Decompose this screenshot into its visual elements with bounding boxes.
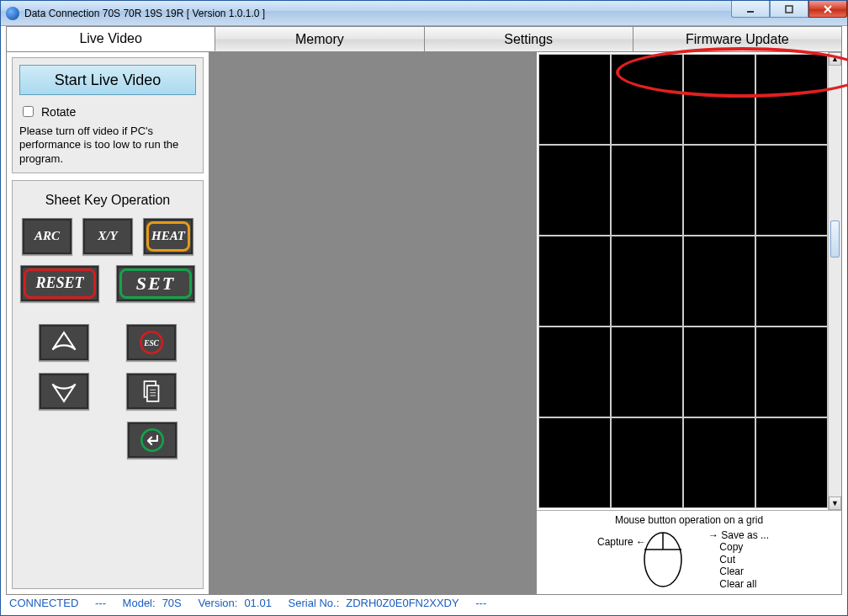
live-video-panel: Start Live Video Rotate Please turn off … (12, 57, 204, 173)
status-connected: CONNECTED (9, 597, 78, 609)
capture-label: Capture ← (597, 536, 646, 548)
enter-button[interactable] (127, 422, 178, 459)
svg-rect-5 (147, 385, 159, 401)
heat-button[interactable]: HEAT (143, 218, 193, 255)
grid-cell[interactable] (683, 417, 755, 508)
status-model-label: Model: (123, 597, 156, 609)
tab-live-video-label: Live Video (79, 31, 141, 46)
scroll-thumb[interactable] (830, 220, 840, 258)
status-serial-label: Serial No.: (289, 597, 340, 609)
window-buttons (731, 1, 847, 18)
close-button[interactable] (808, 1, 847, 18)
grid-cell[interactable] (611, 327, 683, 417)
grid-cell[interactable] (611, 417, 683, 508)
rotate-label: Rotate (41, 105, 76, 119)
start-live-video-button[interactable]: Start Live Video (19, 65, 196, 95)
triangle-down-icon (50, 377, 78, 406)
tab-memory-label: Memory (295, 32, 344, 47)
grid-cell[interactable] (755, 327, 828, 417)
titlebar: Data Connection 70S 70R 19S 19R [ Versio… (1, 1, 847, 26)
right-click-ops: → Save as ... Copy Cut Clear Clear all (708, 529, 769, 590)
window-title: Data Connection 70S 70R 19S 19R [ Versio… (24, 8, 265, 19)
left-column: Start Live Video Rotate Please turn off … (7, 52, 209, 594)
grid-cell[interactable] (755, 236, 828, 327)
status-sep: --- (95, 597, 106, 609)
status-bar: CONNECTED --- Model: 70S Version: 01.01 … (6, 595, 842, 610)
capture-grid[interactable] (538, 54, 828, 508)
grid-cell[interactable] (683, 327, 755, 417)
scroll-up-button[interactable]: ▲ (829, 52, 841, 66)
tab-body: Start Live Video Rotate Please turn off … (6, 51, 842, 595)
grid-cell[interactable] (538, 417, 611, 508)
grid-cell[interactable] (611, 236, 683, 327)
grid-cell[interactable] (755, 417, 828, 508)
grid-cell[interactable] (538, 236, 611, 327)
minimize-button[interactable] (731, 1, 770, 18)
grid-cell[interactable] (611, 145, 683, 236)
status-serial: ZDRH0Z0E0FN2XXDY (346, 597, 458, 609)
reset-button[interactable]: RESET (20, 265, 99, 302)
sheet-key-panel: Sheet Key Operation ARC X/Y HEAT RESET S… (12, 180, 204, 589)
video-area (209, 52, 537, 594)
grid-cell[interactable] (755, 54, 828, 145)
app-icon (6, 7, 19, 20)
status-version: 01.01 (244, 597, 272, 609)
maximize-button[interactable] (770, 1, 808, 18)
arc-button-label: ARC (34, 229, 60, 243)
set-button[interactable]: SET (116, 265, 195, 302)
right-column: ▲ ▼ Mouse button operation on a grid Cap… (537, 52, 841, 594)
rotate-checkbox[interactable] (23, 106, 34, 117)
tab-live-video[interactable]: Live Video (7, 27, 215, 51)
performance-hint: Please turn off video if PC's performanc… (19, 125, 196, 166)
svg-text:ESC: ESC (143, 339, 159, 348)
grid-cell[interactable] (755, 145, 828, 236)
scroll-down-button[interactable]: ▼ (829, 497, 841, 510)
grid-cell[interactable] (538, 145, 611, 236)
tab-settings[interactable]: Settings (425, 27, 633, 51)
grid-cell[interactable] (683, 236, 755, 327)
tab-firmware-update-label: Firmware Update (686, 32, 789, 47)
client-area: Live Video Memory Settings Firmware Upda… (6, 26, 842, 610)
tab-memory[interactable]: Memory (215, 27, 424, 51)
sheet-key-title: Sheet Key Operation (19, 193, 196, 208)
grid-cell[interactable] (683, 145, 755, 236)
capture-grid-wrap: ▲ ▼ (537, 52, 841, 510)
esc-icon: ESC (137, 328, 166, 357)
status-sep2: --- (475, 597, 486, 609)
copy-button[interactable] (126, 373, 177, 410)
mouse-hint-panel: Mouse button operation on a grid Capture… (537, 510, 841, 594)
grid-cell[interactable] (538, 54, 611, 145)
status-version-label: Version: (198, 597, 237, 609)
grid-cell[interactable] (683, 54, 755, 145)
xy-button[interactable]: X/Y (82, 218, 133, 255)
app-window: Data Connection 70S 70R 19S 19R [ Versio… (0, 0, 848, 616)
triangle-up-icon (50, 328, 78, 357)
grid-cell[interactable] (538, 327, 611, 417)
mouse-hint-title: Mouse button operation on a grid (537, 514, 841, 526)
arc-button[interactable]: ARC (22, 218, 72, 255)
up-button[interactable] (39, 324, 89, 361)
enter-arrow-icon (138, 426, 167, 454)
tab-firmware-update[interactable]: Firmware Update (633, 27, 841, 51)
tabbar: Live Video Memory Settings Firmware Upda… (6, 26, 842, 51)
svg-rect-1 (786, 6, 792, 13)
esc-button[interactable]: ESC (126, 324, 177, 361)
down-button[interactable] (39, 373, 89, 410)
tab-settings-label: Settings (504, 32, 553, 47)
xy-button-label: X/Y (98, 229, 117, 243)
grid-cell[interactable] (611, 54, 683, 145)
grid-scrollbar[interactable]: ▲ ▼ (828, 52, 841, 510)
status-model: 70S (162, 597, 182, 609)
document-stack-icon (137, 377, 166, 406)
